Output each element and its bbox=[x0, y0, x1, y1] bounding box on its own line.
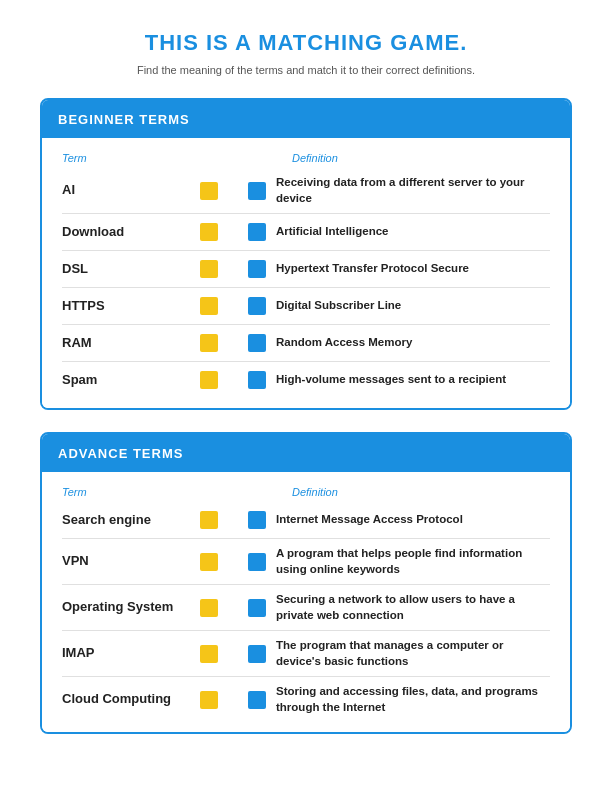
blue-square-icon[interactable] bbox=[248, 371, 266, 389]
definition-label: High-volume messages sent to a recipient bbox=[276, 372, 550, 388]
blue-square-icon[interactable] bbox=[248, 645, 266, 663]
table-row: SpamHigh-volume messages sent to a recip… bbox=[58, 362, 554, 398]
col-headers-advance: TermDefinition bbox=[58, 486, 554, 498]
yellow-square-icon[interactable] bbox=[200, 371, 218, 389]
section-header-beginner: BEGINNER TERMS bbox=[42, 100, 570, 138]
blue-square-icon[interactable] bbox=[248, 297, 266, 315]
col-headers-beginner: TermDefinition bbox=[58, 152, 554, 164]
definition-label: The program that manages a computer or d… bbox=[276, 638, 550, 669]
term-label: IMAP bbox=[62, 645, 192, 662]
col-def-header: Definition bbox=[292, 152, 338, 164]
blue-square-icon[interactable] bbox=[248, 599, 266, 617]
section-header-label-beginner: BEGINNER TERMS bbox=[58, 112, 190, 127]
page-title: THIS IS A MATCHING GAME. bbox=[40, 30, 572, 56]
table-row: VPNA program that helps people find info… bbox=[58, 539, 554, 584]
col-def-header: Definition bbox=[292, 486, 338, 498]
blue-square-icon[interactable] bbox=[248, 691, 266, 709]
table-row: IMAPThe program that manages a computer … bbox=[58, 631, 554, 676]
definition-label: Internet Message Access Protocol bbox=[276, 512, 550, 528]
yellow-square-icon[interactable] bbox=[200, 599, 218, 617]
section-header-label-advance: ADVANCE TERMS bbox=[58, 446, 183, 461]
yellow-square-icon[interactable] bbox=[200, 223, 218, 241]
yellow-square-icon[interactable] bbox=[200, 691, 218, 709]
table-row: Operating SystemSecuring a network to al… bbox=[58, 585, 554, 630]
definition-label: Artificial Intelligence bbox=[276, 224, 550, 240]
blue-square-icon[interactable] bbox=[248, 511, 266, 529]
yellow-square-icon[interactable] bbox=[200, 334, 218, 352]
definition-label: Storing and accessing files, data, and p… bbox=[276, 684, 550, 715]
term-label: Spam bbox=[62, 372, 192, 389]
table-row: DSLHypertext Transfer Protocol Secure bbox=[58, 251, 554, 287]
section-advance: ADVANCE TERMSTermDefinitionSearch engine… bbox=[40, 432, 572, 734]
blue-square-icon[interactable] bbox=[248, 223, 266, 241]
table-row: RAMRandom Access Memory bbox=[58, 325, 554, 361]
yellow-square-icon[interactable] bbox=[200, 260, 218, 278]
blue-square-icon[interactable] bbox=[248, 334, 266, 352]
definition-label: Hypertext Transfer Protocol Secure bbox=[276, 261, 550, 277]
section-body-beginner: TermDefinitionAIReceiving data from a di… bbox=[42, 138, 570, 408]
section-header-advance: ADVANCE TERMS bbox=[42, 434, 570, 472]
definition-label: Securing a network to allow users to hav… bbox=[276, 592, 550, 623]
table-row: Cloud ComputingStoring and accessing fil… bbox=[58, 677, 554, 722]
term-label: VPN bbox=[62, 553, 192, 570]
col-term-header: Term bbox=[62, 486, 232, 498]
yellow-square-icon[interactable] bbox=[200, 645, 218, 663]
term-label: Cloud Computing bbox=[62, 691, 192, 708]
term-label: DSL bbox=[62, 261, 192, 278]
yellow-square-icon[interactable] bbox=[200, 511, 218, 529]
term-label: Download bbox=[62, 224, 192, 241]
term-label: AI bbox=[62, 182, 192, 199]
table-row: AIReceiving data from a different server… bbox=[58, 168, 554, 213]
term-label: RAM bbox=[62, 335, 192, 352]
blue-square-icon[interactable] bbox=[248, 182, 266, 200]
blue-square-icon[interactable] bbox=[248, 260, 266, 278]
page-subtitle: Find the meaning of the terms and match … bbox=[40, 64, 572, 76]
blue-square-icon[interactable] bbox=[248, 553, 266, 571]
table-row: HTTPSDigital Subscriber Line bbox=[58, 288, 554, 324]
term-label: Operating System bbox=[62, 599, 192, 616]
section-beginner: BEGINNER TERMSTermDefinitionAIReceiving … bbox=[40, 98, 572, 410]
section-body-advance: TermDefinitionSearch engineInternet Mess… bbox=[42, 472, 570, 732]
col-term-header: Term bbox=[62, 152, 232, 164]
table-row: DownloadArtificial Intelligence bbox=[58, 214, 554, 250]
definition-label: Receiving data from a different server t… bbox=[276, 175, 550, 206]
yellow-square-icon[interactable] bbox=[200, 297, 218, 315]
definition-label: Random Access Memory bbox=[276, 335, 550, 351]
term-label: HTTPS bbox=[62, 298, 192, 315]
yellow-square-icon[interactable] bbox=[200, 553, 218, 571]
definition-label: Digital Subscriber Line bbox=[276, 298, 550, 314]
term-label: Search engine bbox=[62, 512, 192, 529]
definition-label: A program that helps people find informa… bbox=[276, 546, 550, 577]
table-row: Search engineInternet Message Access Pro… bbox=[58, 502, 554, 538]
yellow-square-icon[interactable] bbox=[200, 182, 218, 200]
